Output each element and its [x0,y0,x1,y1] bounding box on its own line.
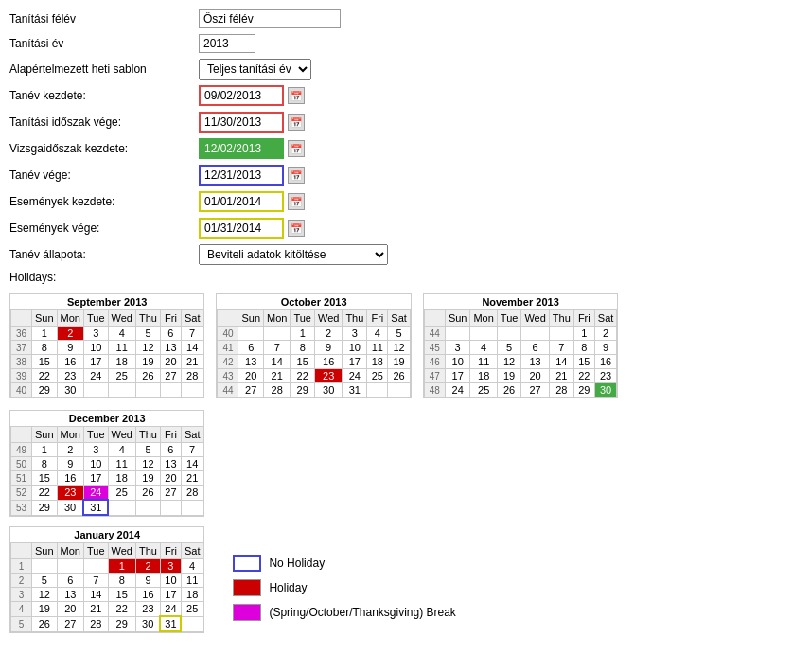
day-cell: 19 [135,471,160,486]
day-cell: 25 [108,369,135,383]
tanítási-félév-row: Tanítási félév [9,9,801,28]
day-cell: 12 [388,341,411,355]
események-vége-cal-icon[interactable]: 📅 [288,220,305,237]
day-cell: 8 [291,341,315,355]
day-cell: 11 [108,341,135,355]
day-cell: 6 [160,327,181,341]
day-cell: 18 [367,355,388,369]
day-cell: 3 [343,327,367,341]
table-row: 50 8 9 10 11 12 13 14 [11,457,203,471]
day-cell: 5 [497,341,521,355]
day-cell [135,383,160,398]
week-header [11,427,32,443]
no-holiday-legend: No Holiday [233,555,455,572]
table-row: 49 1 2 3 4 5 6 7 [11,443,203,457]
day-cell: 27 [521,383,549,398]
day-cell: 16 [594,355,617,369]
week-num: 43 [218,369,238,383]
day-cell: 10 [343,341,367,355]
day-cell: 29 [32,500,58,515]
day-cell: 27 [160,369,181,383]
day-cell: 23 [57,486,83,501]
week-num: 4 [11,602,32,617]
day-cell [32,559,58,574]
day-cell [181,383,203,398]
mon-header: Mon [264,310,291,327]
események-kezdete-label: Események kezdete: [9,195,199,208]
december-calendar: December 2013 Sun Mon Tue Wed Thu Fri Sa… [9,410,204,517]
tanév-kezdete-row: Tanév kezdete: 📅 [9,85,801,106]
tanítási-időszak-input[interactable] [199,112,284,133]
day-cell: 2 [57,327,83,341]
day-cell [521,327,549,341]
day-cell: 4 [108,443,135,457]
day-cell: 2 [57,443,83,457]
események-vége-input[interactable] [199,218,284,239]
fri-header: Fri [573,310,594,327]
table-row: 53 29 30 31 [11,500,203,515]
day-cell: 3 [83,327,108,341]
day-cell: 13 [238,355,264,369]
alapértelmezett-select[interactable]: Teljes tanítási év [199,59,311,80]
day-cell: 23 [314,369,342,383]
tanév-vége-cal-icon[interactable]: 📅 [288,167,305,184]
tanév-vége-input[interactable] [199,165,284,186]
day-cell: 29 [32,383,58,398]
day-cell: 27 [57,616,83,631]
mon-header: Mon [57,543,83,559]
day-cell: 12 [32,588,58,602]
day-cell: 8 [32,341,58,355]
day-cell: 12 [135,341,160,355]
table-row: 3 12 13 14 15 16 17 18 [11,588,203,602]
week-num: 41 [218,341,238,355]
vizsgaidőszak-input[interactable] [199,138,284,159]
day-cell: 15 [291,355,315,369]
day-cell: 29 [291,383,315,398]
day-cell [160,383,181,398]
tanítási-év-label: Tanítási év [9,37,199,50]
table-row: 39 22 23 24 25 26 27 28 [11,369,203,383]
day-cell [108,383,135,398]
események-kezdete-cal-icon[interactable]: 📅 [288,193,305,210]
day-cell: 21 [549,369,573,383]
day-cell: 21 [264,369,291,383]
september-calendar: September 2013 Sun Mon Tue Wed Thu Fri S… [9,293,204,398]
day-cell: 24 [83,369,108,383]
week-num: 1 [11,559,32,574]
day-cell: 20 [160,355,181,369]
day-cell: 9 [594,341,617,355]
day-cell [181,616,203,631]
table-row: 4 19 20 21 22 23 24 25 [11,602,203,617]
day-cell: 30 [135,616,160,631]
események-kezdete-input[interactable] [199,191,284,212]
tanév-állapota-select[interactable]: Beviteli adatok kitöltése [199,244,388,265]
tanév-kezdete-input[interactable] [199,85,284,106]
day-cell: 19 [135,355,160,369]
day-cell: 22 [291,369,315,383]
vizsgaidőszak-cal-icon[interactable]: 📅 [288,140,305,157]
események-vége-label: Események vége: [9,221,199,235]
day-cell: 21 [181,355,203,369]
wed-header: Wed [108,427,135,443]
tanítási-félév-input[interactable] [199,9,341,28]
tanév-kezdete-cal-icon[interactable]: 📅 [288,87,305,104]
day-cell [57,559,83,574]
break-box [233,604,261,621]
day-cell: 21 [181,471,203,486]
week-num: 46 [424,355,445,369]
day-cell [83,559,108,574]
tanítási-időszak-cal-icon[interactable]: 📅 [288,114,305,131]
day-cell: 6 [160,443,181,457]
day-cell: 8 [108,574,135,588]
tue-header: Tue [83,310,108,327]
day-cell: 4 [367,327,388,341]
day-cell: 11 [470,355,497,369]
break-label: (Spring/October/Thanksgiving) Break [269,606,455,619]
week-num: 5 [11,616,32,631]
day-cell: 21 [83,602,108,617]
tanév-vége-row: Tanév vége: 📅 [9,165,801,186]
holidays-label: Holidays: [9,271,199,284]
tanítási-év-input[interactable] [199,34,255,53]
wed-header: Wed [108,543,135,559]
day-cell: 8 [573,341,594,355]
